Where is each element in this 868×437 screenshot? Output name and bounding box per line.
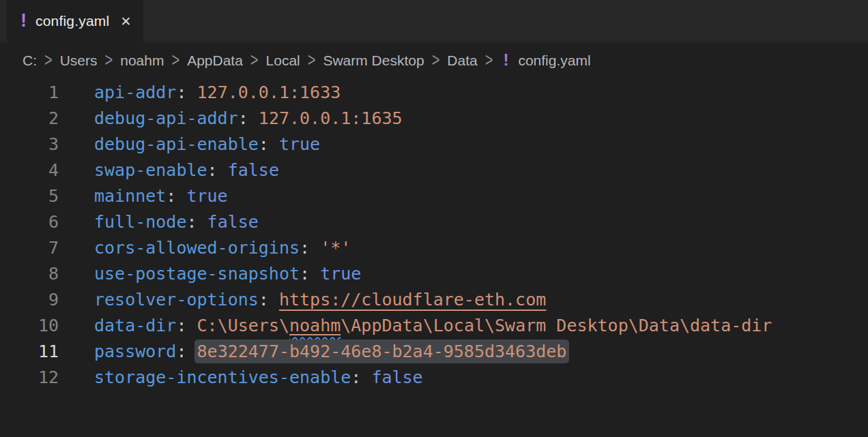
close-icon[interactable]: ✕	[120, 15, 131, 28]
chevron-right-icon: >	[44, 50, 53, 71]
yaml-file-icon: !	[503, 50, 508, 70]
yaml-key: cors-allowed-origins	[94, 238, 300, 258]
yaml-value: false	[371, 367, 422, 387]
chevron-right-icon: >	[171, 50, 179, 71]
yaml-key: storage-incentives-enable	[94, 367, 351, 387]
code-line-1: 1 api-addr: 127.0.0.1:1633	[0, 79, 868, 105]
breadcrumb-data[interactable]: Data	[447, 52, 477, 69]
chevron-right-icon: >	[485, 50, 493, 71]
yaml-key: api-addr	[94, 82, 176, 102]
yaml-value: true	[186, 186, 227, 206]
tab-bar: ! config.yaml ✕	[0, 0, 868, 42]
chevron-right-icon: >	[250, 50, 259, 71]
line-number: 7	[0, 238, 59, 258]
code-line-8: 8 use-postage-snapshot: true	[0, 260, 868, 286]
code-text[interactable]: password: 8e322477-b492-46e8-b2a4-9585d3…	[94, 342, 566, 361]
line-number: 3	[0, 134, 59, 154]
code-line-4: 4 swap-enable: false	[0, 157, 868, 183]
code-text[interactable]: use-postage-snapshot: true	[94, 264, 361, 284]
line-number: 10	[0, 316, 59, 335]
code-line-7: 7 cors-allowed-origins: '*'	[0, 235, 868, 260]
spellcheck-squiggle-username: noahm	[289, 316, 341, 335]
line-number: 6	[0, 212, 59, 232]
code-text[interactable]: swap-enable: false	[94, 160, 279, 180]
code-text[interactable]: storage-incentives-enable: false	[94, 367, 423, 387]
yaml-key: debug-api-enable	[94, 134, 259, 154]
code-text[interactable]: api-addr: 127.0.0.1:1633	[94, 82, 341, 102]
chevron-right-icon: >	[308, 50, 316, 71]
code-line-6: 6 full-node: false	[0, 209, 868, 235]
yaml-key: full-node	[94, 212, 186, 232]
chevron-right-icon: >	[432, 50, 440, 71]
code-editor[interactable]: 1 api-addr: 127.0.0.1:1633 2 debug-api-a…	[0, 78, 868, 390]
line-number: 8	[0, 264, 59, 284]
chevron-right-icon: >	[105, 50, 113, 71]
breadcrumb-appdata[interactable]: AppData	[187, 52, 243, 69]
breadcrumb-drive[interactable]: C:	[23, 52, 37, 69]
yaml-value: 127.0.0.1:1635	[259, 108, 403, 128]
yaml-key: password	[94, 342, 176, 361]
code-line-3: 3 debug-api-enable: true	[0, 131, 868, 157]
yaml-value: true	[279, 134, 320, 154]
code-line-5: 5 mainnet: true	[0, 183, 868, 209]
yaml-value: '*'	[320, 238, 351, 258]
code-text[interactable]: resolver-options: https://cloudflare-eth…	[94, 290, 546, 310]
line-number: 9	[0, 290, 59, 310]
line-number: 12	[0, 367, 59, 387]
yaml-key: debug-api-addr	[94, 108, 238, 128]
breadcrumb-local[interactable]: Local	[266, 52, 300, 69]
breadcrumb-file[interactable]: config.yaml	[518, 52, 590, 69]
yaml-key: data-dir	[94, 316, 176, 335]
code-line-2: 2 debug-api-addr: 127.0.0.1:1635	[0, 105, 868, 131]
code-line-12: 12 storage-incentives-enable: false	[0, 364, 868, 390]
code-text[interactable]: debug-api-addr: 127.0.0.1:1635	[94, 108, 403, 128]
tab-bar-empty-space	[143, 0, 868, 42]
line-number: 5	[0, 186, 59, 206]
yaml-file-icon: !	[20, 12, 27, 30]
code-text[interactable]: debug-api-enable: true	[94, 134, 320, 154]
resolver-url-link[interactable]: https://cloudflare-eth.com	[279, 290, 546, 310]
yaml-value: 127.0.0.1:1633	[197, 82, 341, 102]
code-text[interactable]: cors-allowed-origins: '*'	[94, 238, 351, 258]
line-number: 2	[0, 108, 59, 128]
breadcrumb: C: > Users > noahm > AppData > Local > S…	[0, 42, 868, 78]
yaml-value: false	[228, 160, 279, 180]
breadcrumb-swarm-desktop[interactable]: Swarm Desktop	[323, 52, 424, 69]
code-line-11: 11 password: 8e322477-b492-46e8-b2a4-958…	[0, 338, 868, 364]
breadcrumb-users[interactable]: Users	[60, 52, 98, 69]
breadcrumb-noahm[interactable]: noahm	[120, 52, 164, 69]
tab-title: config.yaml	[35, 13, 109, 29]
password-value-highlighted: 8e322477-b492-46e8-b2a4-9585d3463deb	[194, 340, 570, 363]
tab-config-yaml[interactable]: ! config.yaml ✕	[7, 0, 143, 42]
code-line-10: 10 data-dir: C:\Users\noahm\AppData\Loca…	[0, 312, 868, 338]
code-text[interactable]: full-node: false	[94, 212, 259, 232]
yaml-value: C:\Users\	[197, 316, 289, 335]
yaml-value: true	[320, 264, 361, 284]
yaml-key: mainnet	[94, 186, 166, 206]
line-number-active: 11	[0, 342, 59, 361]
yaml-key: resolver-options	[94, 290, 259, 310]
yaml-value: \AppData\Local\Swarm Desktop\Data\data-d…	[341, 316, 772, 335]
line-number: 4	[0, 160, 59, 180]
code-line-9: 9 resolver-options: https://cloudflare-e…	[0, 286, 868, 312]
code-text[interactable]: data-dir: C:\Users\noahm\AppData\Local\S…	[94, 316, 772, 335]
line-number: 1	[0, 82, 59, 102]
code-text[interactable]: mainnet: true	[94, 186, 228, 206]
yaml-key: use-postage-snapshot	[94, 264, 300, 284]
yaml-key: swap-enable	[94, 160, 207, 180]
yaml-value: false	[207, 212, 259, 232]
